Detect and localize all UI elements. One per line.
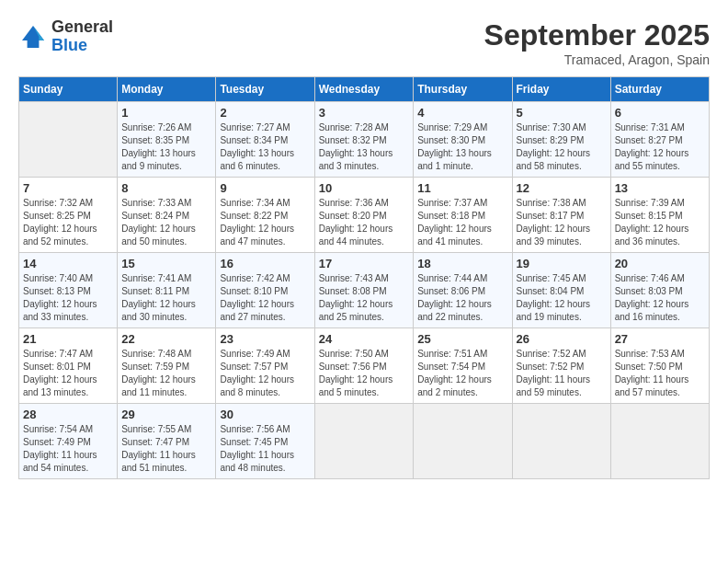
calendar-cell: 11Sunrise: 7:37 AMSunset: 8:18 PMDayligh… (414, 178, 512, 253)
day-info: Sunrise: 7:29 AMSunset: 8:30 PMDaylight:… (417, 121, 507, 173)
day-number: 8 (121, 181, 211, 195)
day-info: Sunrise: 7:37 AMSunset: 8:18 PMDaylight:… (417, 197, 507, 248)
calendar-cell: 29Sunrise: 7:55 AMSunset: 7:47 PMDayligh… (118, 404, 216, 479)
weekday-header-friday: Friday (512, 77, 610, 102)
day-number: 18 (417, 257, 507, 270)
calendar-cell: 22Sunrise: 7:48 AMSunset: 7:59 PMDayligh… (118, 328, 216, 404)
calendar-cell: 30Sunrise: 7:56 AMSunset: 7:45 PMDayligh… (216, 404, 314, 479)
calendar-cell (19, 102, 118, 178)
calendar-cell: 1Sunrise: 7:26 AMSunset: 8:35 PMDaylight… (118, 102, 216, 178)
weekday-header-row: SundayMondayTuesdayWednesdayThursdayFrid… (19, 77, 710, 102)
calendar-cell: 21Sunrise: 7:47 AMSunset: 8:01 PMDayligh… (19, 328, 118, 404)
day-number: 20 (615, 257, 705, 270)
calendar-cell: 28Sunrise: 7:54 AMSunset: 7:49 PMDayligh… (19, 404, 118, 479)
calendar-cell: 6Sunrise: 7:31 AMSunset: 8:27 PMDaylight… (610, 102, 709, 178)
calendar-table: SundayMondayTuesdayWednesdayThursdayFrid… (18, 76, 710, 479)
day-number: 28 (23, 408, 113, 421)
day-number: 2 (220, 106, 310, 120)
day-number: 5 (517, 106, 607, 120)
day-info: Sunrise: 7:39 AMSunset: 8:15 PMDaylight:… (615, 197, 705, 248)
day-info: Sunrise: 7:48 AMSunset: 7:59 PMDaylight:… (121, 348, 211, 399)
calendar-cell (414, 404, 512, 479)
weekday-header-thursday: Thursday (414, 77, 512, 102)
day-info: Sunrise: 7:40 AMSunset: 8:13 PMDaylight:… (23, 272, 113, 324)
day-info: Sunrise: 7:54 AMSunset: 7:49 PMDaylight:… (23, 423, 113, 475)
day-number: 6 (615, 106, 705, 120)
weekday-header-monday: Monday (118, 77, 216, 102)
calendar-cell: 13Sunrise: 7:39 AMSunset: 8:15 PMDayligh… (610, 178, 709, 253)
calendar-cell: 12Sunrise: 7:38 AMSunset: 8:17 PMDayligh… (512, 178, 610, 253)
calendar-cell: 4Sunrise: 7:29 AMSunset: 8:30 PMDaylight… (414, 102, 512, 178)
calendar-cell: 20Sunrise: 7:46 AMSunset: 8:03 PMDayligh… (610, 253, 709, 328)
day-number: 12 (517, 181, 607, 195)
calendar-cell: 27Sunrise: 7:53 AMSunset: 7:50 PMDayligh… (610, 328, 709, 404)
day-number: 3 (319, 106, 410, 120)
day-info: Sunrise: 7:30 AMSunset: 8:29 PMDaylight:… (517, 121, 607, 173)
location-title: Tramaced, Aragon, Spain (484, 52, 710, 67)
calendar-week-2: 7Sunrise: 7:32 AMSunset: 8:25 PMDaylight… (19, 178, 710, 253)
day-number: 11 (417, 181, 507, 195)
calendar-cell: 26Sunrise: 7:52 AMSunset: 7:52 PMDayligh… (512, 328, 610, 404)
day-number: 27 (615, 332, 705, 346)
logo-icon (18, 22, 48, 52)
day-info: Sunrise: 7:49 AMSunset: 7:57 PMDaylight:… (220, 348, 310, 399)
day-number: 4 (417, 106, 507, 120)
day-info: Sunrise: 7:50 AMSunset: 7:56 PMDaylight:… (319, 348, 410, 399)
day-info: Sunrise: 7:53 AMSunset: 7:50 PMDaylight:… (615, 348, 705, 399)
day-number: 21 (23, 332, 113, 346)
weekday-header-sunday: Sunday (19, 77, 118, 102)
calendar-cell: 16Sunrise: 7:42 AMSunset: 8:10 PMDayligh… (216, 253, 314, 328)
day-info: Sunrise: 7:33 AMSunset: 8:24 PMDaylight:… (121, 197, 211, 248)
day-number: 15 (121, 257, 211, 270)
day-info: Sunrise: 7:34 AMSunset: 8:22 PMDaylight:… (220, 197, 310, 248)
day-number: 13 (615, 181, 705, 195)
day-info: Sunrise: 7:52 AMSunset: 7:52 PMDaylight:… (517, 348, 607, 399)
calendar-cell (512, 404, 610, 479)
calendar-cell: 9Sunrise: 7:34 AMSunset: 8:22 PMDaylight… (216, 178, 314, 253)
day-number: 7 (23, 181, 113, 195)
day-number: 24 (319, 332, 410, 346)
calendar-cell (314, 404, 414, 479)
calendar-cell: 25Sunrise: 7:51 AMSunset: 7:54 PMDayligh… (414, 328, 512, 404)
day-info: Sunrise: 7:32 AMSunset: 8:25 PMDaylight:… (23, 197, 113, 248)
calendar-cell: 23Sunrise: 7:49 AMSunset: 7:57 PMDayligh… (216, 328, 314, 404)
day-info: Sunrise: 7:41 AMSunset: 8:11 PMDaylight:… (121, 272, 211, 324)
title-area: September 2025 Tramaced, Aragon, Spain (484, 18, 710, 67)
calendar-cell: 8Sunrise: 7:33 AMSunset: 8:24 PMDaylight… (118, 178, 216, 253)
day-info: Sunrise: 7:51 AMSunset: 7:54 PMDaylight:… (417, 348, 507, 399)
day-info: Sunrise: 7:44 AMSunset: 8:06 PMDaylight:… (417, 272, 507, 324)
day-number: 10 (319, 181, 410, 195)
calendar-cell: 17Sunrise: 7:43 AMSunset: 8:08 PMDayligh… (314, 253, 414, 328)
day-info: Sunrise: 7:55 AMSunset: 7:47 PMDaylight:… (121, 423, 211, 475)
page-header: General Blue September 2025 Tramaced, Ar… (18, 18, 710, 67)
day-info: Sunrise: 7:45 AMSunset: 8:04 PMDaylight:… (517, 272, 607, 324)
logo-text: General Blue (51, 18, 113, 55)
day-number: 22 (121, 332, 211, 346)
day-number: 29 (121, 408, 211, 421)
calendar-cell: 15Sunrise: 7:41 AMSunset: 8:11 PMDayligh… (118, 253, 216, 328)
calendar-week-3: 14Sunrise: 7:40 AMSunset: 8:13 PMDayligh… (19, 253, 710, 328)
calendar-week-5: 28Sunrise: 7:54 AMSunset: 7:49 PMDayligh… (19, 404, 710, 479)
day-info: Sunrise: 7:27 AMSunset: 8:34 PMDaylight:… (220, 121, 310, 173)
calendar-cell: 2Sunrise: 7:27 AMSunset: 8:34 PMDaylight… (216, 102, 314, 178)
day-number: 25 (417, 332, 507, 346)
day-info: Sunrise: 7:42 AMSunset: 8:10 PMDaylight:… (220, 272, 310, 324)
weekday-header-wednesday: Wednesday (314, 77, 414, 102)
day-info: Sunrise: 7:38 AMSunset: 8:17 PMDaylight:… (517, 197, 607, 248)
calendar-week-1: 1Sunrise: 7:26 AMSunset: 8:35 PMDaylight… (19, 102, 710, 178)
day-info: Sunrise: 7:46 AMSunset: 8:03 PMDaylight:… (615, 272, 705, 324)
calendar-cell: 7Sunrise: 7:32 AMSunset: 8:25 PMDaylight… (19, 178, 118, 253)
weekday-header-tuesday: Tuesday (216, 77, 314, 102)
day-info: Sunrise: 7:26 AMSunset: 8:35 PMDaylight:… (121, 121, 211, 173)
logo: General Blue (18, 18, 113, 55)
day-number: 14 (23, 257, 113, 270)
day-number: 23 (220, 332, 310, 346)
calendar-cell: 5Sunrise: 7:30 AMSunset: 8:29 PMDaylight… (512, 102, 610, 178)
calendar-cell: 14Sunrise: 7:40 AMSunset: 8:13 PMDayligh… (19, 253, 118, 328)
day-number: 17 (319, 257, 410, 270)
day-info: Sunrise: 7:56 AMSunset: 7:45 PMDaylight:… (220, 423, 310, 475)
day-info: Sunrise: 7:43 AMSunset: 8:08 PMDaylight:… (319, 272, 410, 324)
day-info: Sunrise: 7:36 AMSunset: 8:20 PMDaylight:… (319, 197, 410, 248)
day-info: Sunrise: 7:47 AMSunset: 8:01 PMDaylight:… (23, 348, 113, 399)
calendar-cell: 10Sunrise: 7:36 AMSunset: 8:20 PMDayligh… (314, 178, 414, 253)
